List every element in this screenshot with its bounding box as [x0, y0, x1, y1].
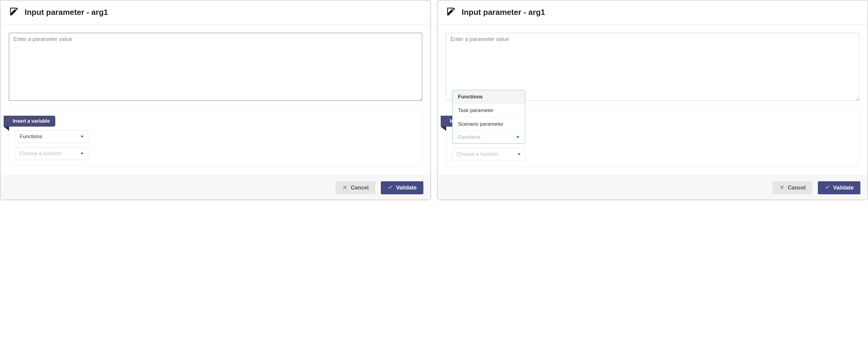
edit-icon	[9, 6, 19, 18]
category-select-open[interactable]: Functions Task parameter Scenario parame…	[452, 90, 525, 143]
close-icon	[342, 184, 348, 191]
insert-variable-tag: Insert a variable	[4, 116, 55, 127]
category-select[interactable]: Functions	[15, 130, 88, 143]
insert-variable-section: Insert a variable Functions Task paramet…	[446, 109, 859, 167]
check-icon	[825, 184, 830, 191]
cancel-button[interactable]: Cancel	[336, 181, 375, 194]
dialog-header: Input parameter - arg1	[0, 0, 431, 24]
check-icon	[388, 184, 393, 191]
validate-button-label: Validate	[396, 185, 417, 191]
validate-button-label: Validate	[833, 185, 854, 191]
insert-variable-section: Insert a variable Functions Choose a fun…	[9, 109, 422, 166]
edit-icon	[446, 6, 456, 18]
function-select-placeholder: Choose a function	[457, 151, 498, 157]
validate-button[interactable]: Validate	[818, 181, 860, 194]
dialog-input-parameter-right: Input parameter - arg1 Insert a variable…	[437, 0, 868, 200]
dialog-title: Input parameter - arg1	[25, 8, 108, 17]
category-select-search[interactable]: Functions	[453, 131, 525, 143]
category-select-open-wrap: Functions Task parameter Scenario parame…	[452, 130, 525, 143]
caret-down-icon	[518, 153, 521, 155]
dialog-body: Insert a variable Functions Choose a fun…	[0, 24, 431, 175]
function-select[interactable]: Choose a function	[452, 148, 525, 161]
cancel-button-label: Cancel	[351, 185, 369, 191]
category-select-value: Functions	[20, 134, 42, 140]
caret-down-icon	[81, 153, 84, 155]
category-option-task-parameter[interactable]: Task parameter	[453, 103, 525, 117]
insert-variable-label: Insert a variable	[4, 116, 55, 127]
cancel-button-label: Cancel	[788, 185, 806, 191]
caret-down-icon	[81, 136, 84, 137]
category-option-functions[interactable]: Functions	[453, 90, 525, 103]
close-icon	[779, 184, 785, 191]
category-option-scenario-parameter[interactable]: Scenario parameter	[453, 117, 525, 131]
dialog-body: Insert a variable Functions Task paramet…	[437, 24, 868, 175]
dialog-footer: Cancel Validate	[437, 175, 868, 200]
category-select-search-placeholder: Functions	[458, 134, 480, 140]
caret-down-icon	[516, 136, 519, 138]
dialog-header: Input parameter - arg1	[437, 0, 868, 24]
parameter-value-input[interactable]	[9, 33, 422, 101]
dialog-footer: Cancel Validate	[0, 175, 431, 200]
validate-button[interactable]: Validate	[381, 181, 423, 194]
function-select-placeholder: Choose a function	[20, 151, 61, 157]
function-select[interactable]: Choose a function	[15, 147, 88, 160]
cancel-button[interactable]: Cancel	[773, 181, 812, 194]
dialog-title: Input parameter - arg1	[462, 8, 545, 17]
dialog-input-parameter-left: Input parameter - arg1 Insert a variable…	[0, 0, 431, 200]
